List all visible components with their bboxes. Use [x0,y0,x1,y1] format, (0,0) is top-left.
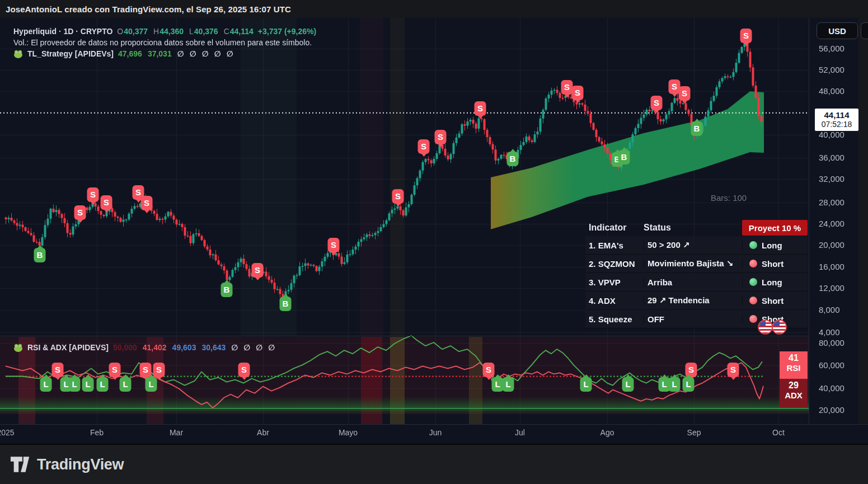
indicator-name: 3. VPVP [585,278,644,287]
price-axis-label[interactable]: 48,000 [819,86,844,96]
empty-value: ∅ [177,49,184,58]
frog-icon [13,50,23,58]
time-axis-label[interactable]: Abr [257,428,269,437]
price-axis-label[interactable]: 12,000 [819,283,844,293]
sell-signal-badge: S [153,363,165,377]
price-axis-label[interactable]: 24,000 [819,219,844,229]
ohlc-pair: H44,360 [153,27,184,36]
short-dot-icon [749,315,757,323]
indicator-name: 1. EMA's [585,241,644,250]
change-value: +3,737 (+9,26%) [258,27,316,36]
indicator-side: Short [742,296,808,306]
time-axis-label[interactable]: Feb [90,428,104,437]
long-signal-badge: L [82,377,94,392]
price-axis-label[interactable]: 40,000 [819,130,844,140]
collapsed-axis-button[interactable] [861,22,868,39]
last-price: 44,114 [815,109,858,120]
rsi-adx-value: 30,643 [201,343,226,352]
price-axis-label[interactable]: 60,000 [819,360,844,370]
time-axis-label[interactable]: Oct [772,428,785,437]
rsi-value-badge: 41 RSI [780,351,808,379]
price-axis-label[interactable]: 20,000 [819,405,844,415]
rsi-value: 41 [780,351,808,363]
empty-value: ∅ [214,49,221,58]
sell-signal-badge: S [109,363,121,377]
sell-signal-badge: S [740,29,752,43]
long-signal-badge: L [97,377,109,392]
sell-signal-badge: S [572,86,584,100]
ohlc-pair: C44,114 [224,27,254,36]
price-axis-label[interactable]: 8,000 [819,305,840,315]
attribution-bar: JoseAntonioL creado con TradingView.com,… [0,0,868,18]
attribution-text: JoseAntonioL creado con TradingView.com,… [6,4,291,14]
indicator-side: Long [742,241,808,250]
price-axis-label[interactable]: 32,000 [819,174,844,184]
buy-signal-badge: B [691,121,703,136]
indicator-status: 29 ↗ Tendencia [644,295,742,306]
tradingview-brand: TradingView [37,456,124,473]
long-signal-badge: L [146,377,157,392]
time-axis-label[interactable]: Ago [600,428,614,437]
footer-bar: TradingView [0,444,868,484]
long-signal-badge: L [622,377,634,392]
empty-value: ∅ [231,343,238,352]
currency-usd-button[interactable]: USD [817,22,858,39]
rsi-adx-value: 50,000 [113,343,137,352]
time-axis-label[interactable]: Sep [687,428,701,437]
short-dot-icon [749,297,757,304]
indicator-status: OFF [644,314,742,324]
symbol-legend-row[interactable]: Hyperliquid · 1D · CRYPTO O40,377H44,360… [13,26,316,36]
indicator-status: Movimiento Bajista ↘ [644,259,742,269]
long-dot-icon [749,278,757,286]
time-axis-label[interactable]: Mayo [339,428,358,437]
empty-value: ∅ [268,343,275,352]
price-axis-label[interactable]: 28,000 [819,198,844,208]
indicator-row: 2. SQZMONMovimiento Bajista ↘Short [585,255,808,273]
rsi-adx-legend-row[interactable]: RSI & ADX [APIDEVS] 50,00041,40249,60330… [13,342,275,353]
strategy-value: 37,031 [148,49,172,58]
time-axis-label[interactable]: 2025 [0,428,15,437]
price-axis-label[interactable]: 4,000 [819,327,840,337]
long-dot-icon [749,241,757,249]
price-axis-label[interactable]: 16,000 [819,262,844,272]
strategy-name: TL_Strategy [APIDEVs] [27,49,114,58]
adx-label: ADX [780,391,808,400]
indicator-side: Short [742,259,808,269]
buy-signal-badge: B [280,297,292,311]
time-axis-label[interactable]: Jul [515,428,525,437]
sell-signal-badge: S [679,86,691,101]
indicator-column-header: Indicator [585,223,644,233]
indicator-name: 2. SQZMON [585,259,644,269]
price-axis-label[interactable]: 56,000 [819,44,844,54]
empty-value: ∅ [202,49,209,58]
long-signal-badge: L [669,377,681,392]
price-axis-label[interactable]: 52,000 [819,65,844,75]
sell-signal-badge: S [141,196,153,210]
volume-notice: Vol.: El proveedor de datos no proporcio… [13,38,312,47]
long-signal-badge: L [580,377,592,392]
indicator-name: 5. Squeeze [585,314,644,324]
sell-signal-badge: S [435,130,447,144]
time-axis-label[interactable]: Jun [429,428,442,437]
price-axis-label[interactable]: 80,000 [819,338,844,348]
sell-signal-badge: S [561,80,573,95]
empty-value: ∅ [227,49,233,58]
price-axis-label[interactable]: 20,000 [819,240,844,250]
rsi-adx-value: 49,603 [172,343,196,352]
buy-signal-badge: B [618,150,630,165]
time-axis-label[interactable]: Mar [170,428,183,437]
sell-signal-badge: S [392,189,404,204]
sell-signal-badge: S [475,101,486,116]
volume-notice-row: Vol.: El proveedor de datos no proporcio… [13,37,312,48]
sell-signal-badge: S [101,195,112,210]
ohlc-pair: L40,376 [189,27,218,36]
long-signal-badge: L [492,377,504,392]
project-column-header: Proyect 10 % [742,220,808,236]
price-axis-label[interactable]: 40,000 [819,383,844,393]
indicator-row: 3. VPVPArribaLong [585,273,808,292]
indicator-status: 50 > 200 ↗ [644,240,742,250]
sell-signal-badge: S [252,263,264,278]
price-axis-label[interactable]: 36,000 [819,153,844,163]
empty-value: ∅ [190,49,196,58]
strategy-legend-row[interactable]: TL_Strategy [APIDEVs] 47,69637,031∅∅∅∅∅ [13,49,233,59]
